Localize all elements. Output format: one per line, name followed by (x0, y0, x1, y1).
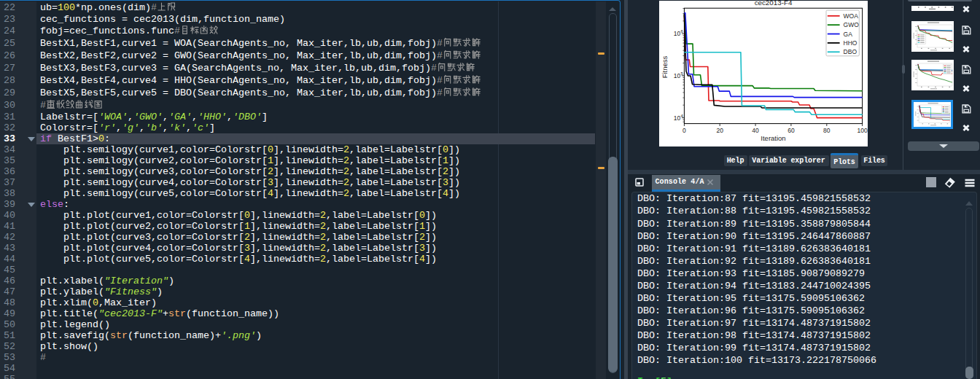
svg-text:6: 6 (681, 29, 684, 34)
svg-text:60: 60 (788, 127, 795, 134)
svg-text:HHO: HHO (844, 39, 858, 47)
svg-text:DBO: DBO (844, 49, 858, 56)
svg-text:WOA: WOA (844, 12, 859, 20)
svg-text:80: 80 (823, 127, 831, 134)
svg-text:40: 40 (752, 127, 759, 134)
svg-text:cec2013-F4: cec2013-F4 (755, 1, 793, 7)
svg-text:Fitness: Fitness (661, 56, 669, 79)
svg-text:GA: GA (844, 31, 853, 38)
svg-text:10: 10 (674, 114, 681, 122)
svg-text:GWO: GWO (844, 22, 860, 29)
svg-text:20: 20 (716, 127, 723, 134)
svg-text:10: 10 (674, 30, 681, 37)
svg-text:5: 5 (681, 71, 684, 76)
svg-text:10: 10 (674, 72, 681, 79)
svg-text:4: 4 (681, 114, 684, 118)
svg-text:100: 100 (858, 127, 868, 134)
svg-text:Iteration: Iteration (761, 134, 785, 142)
svg-text:0: 0 (682, 127, 686, 134)
